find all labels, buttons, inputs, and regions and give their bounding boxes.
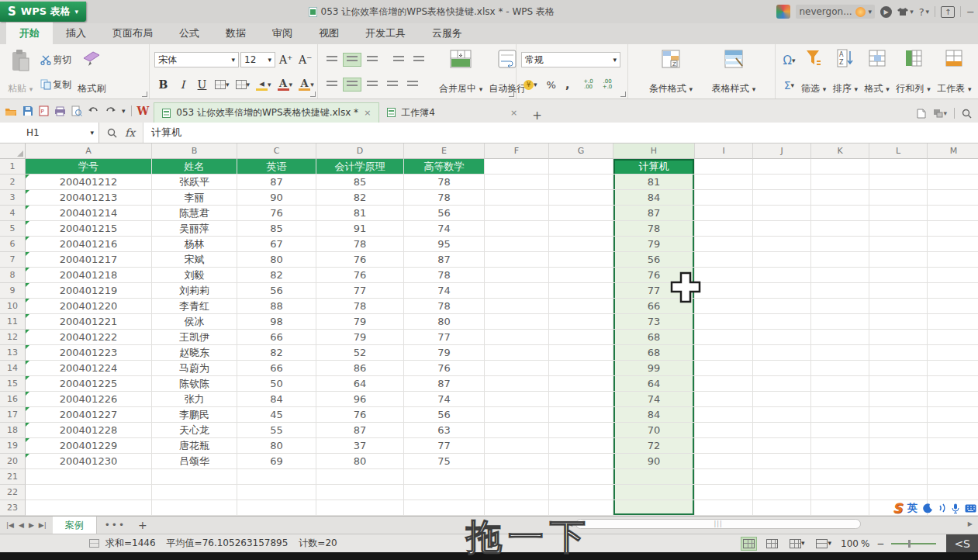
column-header-G[interactable]: G [549, 143, 613, 159]
cell-K6[interactable] [811, 237, 869, 252]
cell-B6[interactable]: 杨林 [152, 237, 237, 252]
cell-L16[interactable] [869, 392, 928, 407]
cell-M14[interactable] [928, 361, 978, 376]
cell-M2[interactable] [928, 175, 978, 190]
undo-icon[interactable] [88, 106, 99, 116]
cell-J6[interactable] [753, 237, 811, 252]
cell-F19[interactable] [485, 438, 549, 454]
row-header-2[interactable]: 2 [0, 175, 26, 190]
grow-font-button[interactable]: A⁺ [277, 52, 295, 67]
wps-w-logo-icon[interactable]: W [137, 105, 150, 117]
highlight-color-button[interactable]: A▾ [296, 78, 316, 92]
cell-J19[interactable] [753, 438, 811, 454]
cell-M12[interactable] [928, 330, 978, 345]
column-header-M[interactable]: M [928, 143, 978, 159]
cell-C10[interactable]: 88 [237, 299, 316, 314]
cell-H12[interactable]: 68 [613, 330, 695, 345]
cell-H22[interactable] [613, 485, 695, 500]
cell-B16[interactable]: 张力 [152, 392, 237, 407]
cell-K22[interactable] [811, 485, 869, 500]
cell-A19[interactable]: 200401229 [26, 438, 152, 454]
column-header-D[interactable]: D [316, 143, 404, 159]
cell-I17[interactable] [695, 407, 753, 423]
cell-G8[interactable] [549, 268, 613, 283]
cell-K18[interactable] [811, 423, 869, 438]
cell-K8[interactable] [811, 268, 869, 283]
paste-button[interactable]: 粘贴 ▾ [5, 47, 36, 97]
row-header-23[interactable]: 23 [0, 500, 26, 516]
cell-D23[interactable] [316, 500, 404, 516]
cell-L15[interactable] [869, 376, 928, 392]
cell-E15[interactable]: 87 [404, 376, 485, 392]
cell-B5[interactable]: 吴丽萍 [152, 221, 237, 237]
row-header-14[interactable]: 14 [0, 361, 26, 376]
cell-J21[interactable] [753, 469, 811, 485]
cell-J23[interactable] [753, 500, 811, 516]
row-header-13[interactable]: 13 [0, 345, 26, 361]
cell-A6[interactable]: 200401216 [26, 237, 152, 252]
cell-D9[interactable]: 77 [316, 283, 404, 299]
group-expander-icon[interactable] [142, 92, 147, 97]
select-all-corner[interactable] [0, 143, 26, 159]
cell-M1[interactable] [928, 159, 978, 175]
cell-C17[interactable]: 45 [237, 407, 316, 423]
sheet-tab-active[interactable]: 案例 [53, 517, 97, 534]
cell-C2[interactable]: 87 [237, 175, 316, 190]
cell-I4[interactable] [695, 206, 753, 221]
cell-B18[interactable]: 天心龙 [152, 423, 237, 438]
cell-I2[interactable] [695, 175, 753, 190]
cell-H5[interactable]: 78 [613, 221, 695, 237]
customize-toolbar-chevron-icon[interactable]: ▾ [122, 107, 126, 115]
cell-C21[interactable] [237, 469, 316, 485]
cell-J14[interactable] [753, 361, 811, 376]
format-painter-button[interactable]: 格式刷 [74, 47, 109, 97]
cell-G4[interactable] [549, 206, 613, 221]
switch-window-button[interactable]: ▾ [933, 109, 947, 118]
cell-B11[interactable]: 侯冰 [152, 314, 237, 330]
cell-B3[interactable]: 李丽 [152, 190, 237, 206]
cell-G20[interactable] [549, 454, 613, 469]
cell-A4[interactable]: 200401214 [26, 206, 152, 221]
column-header-I[interactable]: I [695, 143, 753, 159]
cell-J22[interactable] [753, 485, 811, 500]
cell-D1[interactable]: 会计学原理 [316, 159, 404, 175]
normal-view-button[interactable] [741, 537, 757, 551]
cell-J11[interactable] [753, 314, 811, 330]
cell-K14[interactable] [811, 361, 869, 376]
cell-A23[interactable] [26, 500, 152, 516]
cell-J12[interactable] [753, 330, 811, 345]
cell-B17[interactable]: 李鹏民 [152, 407, 237, 423]
cell-B9[interactable]: 刘莉莉 [152, 283, 237, 299]
format-button[interactable]: 格式 ▾ [862, 47, 893, 97]
cell-I12[interactable] [695, 330, 753, 345]
sheet-list-button[interactable]: ••• [97, 520, 133, 531]
cell-H15[interactable]: 64 [613, 376, 695, 392]
cell-L12[interactable] [869, 330, 928, 345]
cell-B4[interactable]: 陈慧君 [152, 206, 237, 221]
cell-H20[interactable]: 90 [613, 454, 695, 469]
cell-I18[interactable] [695, 423, 753, 438]
cell-I10[interactable] [695, 299, 753, 314]
cell-L13[interactable] [869, 345, 928, 361]
cell-H11[interactable]: 73 [613, 314, 695, 330]
cell-H3[interactable]: 84 [613, 190, 695, 206]
cell-I9[interactable] [695, 283, 753, 299]
cell-C12[interactable]: 66 [237, 330, 316, 345]
cell-E8[interactable]: 78 [404, 268, 485, 283]
cell-A11[interactable]: 200401221 [26, 314, 152, 330]
row-header-21[interactable]: 21 [0, 469, 26, 485]
cell-E22[interactable] [404, 485, 485, 500]
file-tab[interactable]: 工作簿4 × [379, 102, 525, 123]
microphone-icon[interactable] [952, 503, 959, 513]
cell-F4[interactable] [485, 206, 549, 221]
cell-E19[interactable]: 77 [404, 438, 485, 454]
cell-L20[interactable] [869, 454, 928, 469]
cell-I13[interactable] [695, 345, 753, 361]
row-header-19[interactable]: 19 [0, 438, 26, 454]
cell-A14[interactable]: 200401224 [26, 361, 152, 376]
cell-K19[interactable] [811, 438, 869, 454]
cell-G22[interactable] [549, 485, 613, 500]
menu-tab-视图[interactable]: 视图 [306, 22, 352, 44]
cell-C13[interactable]: 82 [237, 345, 316, 361]
group-expander-icon[interactable] [310, 92, 316, 97]
